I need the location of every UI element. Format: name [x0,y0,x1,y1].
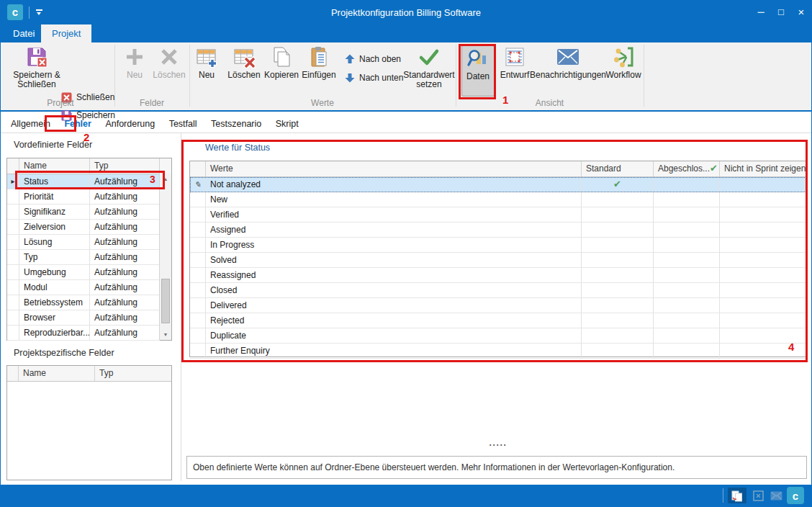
ribbon-tab-datei[interactable]: Datei [2,24,45,42]
table-row[interactable]: TypAufzählung [7,250,171,265]
move-down-button[interactable]: Nach unten [343,71,403,85]
standard-cell[interactable] [582,223,654,238]
sprint-cell[interactable] [720,253,806,268]
abgeschlossen-cell[interactable] [654,207,720,223]
column-header-name[interactable]: Name [19,366,95,381]
sprint-cell[interactable] [720,207,806,223]
value-row[interactable]: Verified [190,207,806,223]
save-and-close-button[interactable]: Speichern & Schließen [9,45,64,97]
abgeschlossen-cell[interactable] [654,344,720,359]
table-row[interactable]: ModulAufzählung [7,280,171,295]
standard-cell[interactable]: ✔ [582,177,654,192]
value-row[interactable]: Delivered [190,298,806,313]
abgeschlossen-cell[interactable] [654,253,720,268]
tab-testszenario[interactable]: Testszenario [205,115,267,133]
standard-cell[interactable] [582,253,654,268]
table-row[interactable]: BetriebssystemAufzählung [7,295,171,310]
tab-allgemein[interactable]: Allgemein [5,115,56,133]
maximize-button[interactable]: □ [771,1,791,24]
standard-cell[interactable] [582,298,654,313]
sprint-cell[interactable] [720,192,806,207]
standard-cell[interactable] [582,207,654,223]
delete-value-button[interactable]: Löschen [226,45,262,97]
move-up-button[interactable]: Nach oben [343,52,401,66]
value-row[interactable]: Closed [190,283,806,298]
column-header-typ[interactable]: Typ [95,366,171,381]
abgeschlossen-cell[interactable] [654,177,720,192]
value-row[interactable]: In Progress [190,238,806,253]
statusbar-mail-button[interactable] [768,488,784,503]
statusbar-grid-button[interactable] [751,488,765,503]
table-row[interactable]: Reproduzierbar...Aufzählung [7,326,171,341]
abgeschlossen-cell[interactable] [654,223,720,238]
sprint-cell[interactable] [720,268,806,283]
table-row[interactable]: UmgebungAufzählung [7,265,171,280]
value-row-selected[interactable]: ✎ Not analyzed ✔ [190,177,806,192]
notifications-button[interactable]: Benachrichtigungen [532,45,604,97]
vertical-scrollbar[interactable]: ▲ ▼ [159,174,171,340]
value-row[interactable]: Further Enquiry [190,344,806,359]
tab-anforderung[interactable]: Anforderung [99,115,161,133]
scroll-up-icon[interactable]: ▲ [160,174,171,184]
standard-cell[interactable] [582,283,654,298]
value-row[interactable]: Assigned [190,223,806,238]
table-row[interactable]: BrowserAufzählung [7,310,171,326]
new-field-button[interactable]: Neu [119,45,150,97]
standard-cell[interactable] [582,344,654,359]
abgeschlossen-cell[interactable] [654,328,720,344]
standard-cell[interactable] [582,313,654,328]
column-header-werte[interactable]: Werte [206,161,582,176]
value-row[interactable]: Solved [190,253,806,268]
abgeschlossen-cell[interactable] [654,268,720,283]
minimize-button[interactable]: ─ [751,1,771,24]
ribbon-tab-projekt[interactable]: Projekt [41,24,91,42]
sprint-cell[interactable] [720,177,806,192]
table-row[interactable]: LösungAufzählung [7,235,171,250]
standard-cell[interactable] [582,192,654,207]
abgeschlossen-cell[interactable] [654,238,720,253]
close-button[interactable]: × [791,1,811,24]
new-value-button[interactable]: Neu [191,45,222,97]
column-header-sprint[interactable]: Nicht in Sprint zeigen [720,161,806,176]
statusbar-app-logo-icon[interactable]: c [787,487,804,504]
scroll-down-icon[interactable]: ▼ [160,329,171,340]
abgeschlossen-cell[interactable] [654,298,720,313]
sprint-cell[interactable] [720,223,806,238]
table-row-status[interactable]: ▸ Status Aufzählung [7,174,171,189]
column-header-abgeschlossen[interactable]: Abgeschlos...✔ [654,161,720,176]
scrollbar-thumb[interactable] [161,279,170,323]
tab-testfall[interactable]: Testfall [163,115,203,133]
sprint-cell[interactable] [720,298,806,313]
paste-value-button[interactable]: Einfügen [301,45,337,97]
set-default-button[interactable]: Standardwert setzen [402,45,456,97]
sprint-cell[interactable] [720,238,806,253]
value-row[interactable]: New [190,192,806,207]
data-view-button[interactable]: Daten [461,45,495,97]
table-row[interactable]: ZielversionAufzählung [7,220,171,235]
value-row[interactable]: Duplicate [190,328,806,344]
statusbar-pages-button[interactable] [728,488,746,503]
tab-fehler[interactable]: Fehler [58,115,97,133]
delete-field-button[interactable]: Löschen [150,45,188,97]
standard-cell[interactable] [582,268,654,283]
copy-value-button[interactable]: Kopieren [264,45,299,97]
column-header-standard[interactable]: Standard [582,161,654,176]
standard-cell[interactable] [582,328,654,344]
column-header-name[interactable]: Name [19,158,90,174]
column-header-typ[interactable]: Typ [90,158,160,174]
value-row[interactable]: Reassigned [190,268,806,283]
workflow-button[interactable]: Workflow [604,45,643,97]
quick-access-dropdown-icon[interactable] [36,9,42,15]
app-logo-icon[interactable]: c [7,4,23,20]
sprint-cell[interactable] [720,313,806,328]
abgeschlossen-cell[interactable] [654,313,720,328]
design-view-button[interactable]: Entwurf [497,45,533,97]
value-row[interactable]: Rejected [190,313,806,328]
splitter-grip[interactable]: ····· [189,440,807,450]
abgeschlossen-cell[interactable] [654,192,720,207]
standard-cell[interactable] [582,238,654,253]
table-row[interactable]: PrioritätAufzählung [7,189,171,205]
sprint-cell[interactable] [720,283,806,298]
tab-skript[interactable]: Skript [270,115,304,133]
abgeschlossen-cell[interactable] [654,283,720,298]
